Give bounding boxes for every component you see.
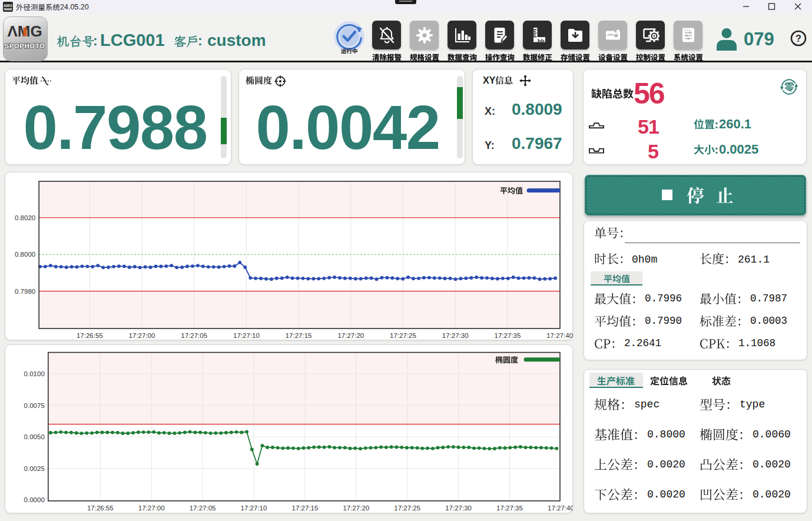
svg-text:SPOPHOTO: SPOPHOTO xyxy=(5,42,45,49)
svg-text:AMG: AMG xyxy=(607,32,614,36)
svg-text:17:27:00: 17:27:00 xyxy=(129,332,155,339)
svg-text:17:27:10: 17:27:10 xyxy=(241,505,267,512)
svg-text:0.0050: 0.0050 xyxy=(24,433,45,440)
svg-text:0.8000: 0.8000 xyxy=(15,251,35,258)
svg-text:0.0000: 0.0000 xyxy=(24,496,45,503)
svg-text:?: ? xyxy=(796,34,801,44)
svg-text:17:27:00: 17:27:00 xyxy=(138,505,165,512)
svg-text:17:27:30: 17:27:30 xyxy=(445,505,472,512)
svg-text:AMG: AMG xyxy=(4,4,12,8)
svg-text:17:26:55: 17:26:55 xyxy=(87,505,114,512)
svg-text:17:27:30: 17:27:30 xyxy=(442,332,469,339)
svg-text:17:27:20: 17:27:20 xyxy=(337,332,364,339)
svg-text:17:27:40: 17:27:40 xyxy=(548,505,573,512)
svg-text:0.0075: 0.0075 xyxy=(24,402,45,409)
svg-text:0.7980: 0.7980 xyxy=(15,288,35,295)
svg-text:17:27:15: 17:27:15 xyxy=(286,332,312,339)
svg-text:17:27:05: 17:27:05 xyxy=(190,505,216,512)
svg-text:17:27:25: 17:27:25 xyxy=(394,505,420,512)
svg-text:17:27:20: 17:27:20 xyxy=(343,505,369,512)
svg-text:17:27:10: 17:27:10 xyxy=(233,332,260,339)
svg-text:17:27:35: 17:27:35 xyxy=(496,505,523,512)
svg-text:0.0100: 0.0100 xyxy=(24,370,45,377)
svg-text:17:26:55: 17:26:55 xyxy=(77,332,103,339)
svg-text:17:27:25: 17:27:25 xyxy=(390,332,416,339)
svg-text:17:27:40: 17:27:40 xyxy=(546,332,573,339)
svg-text:17:27:15: 17:27:15 xyxy=(292,505,319,512)
svg-text:17:27:35: 17:27:35 xyxy=(495,332,521,339)
svg-text:17:27:05: 17:27:05 xyxy=(181,332,207,339)
svg-text:0.8020: 0.8020 xyxy=(15,214,35,221)
svg-text:0.0025: 0.0025 xyxy=(24,465,45,472)
